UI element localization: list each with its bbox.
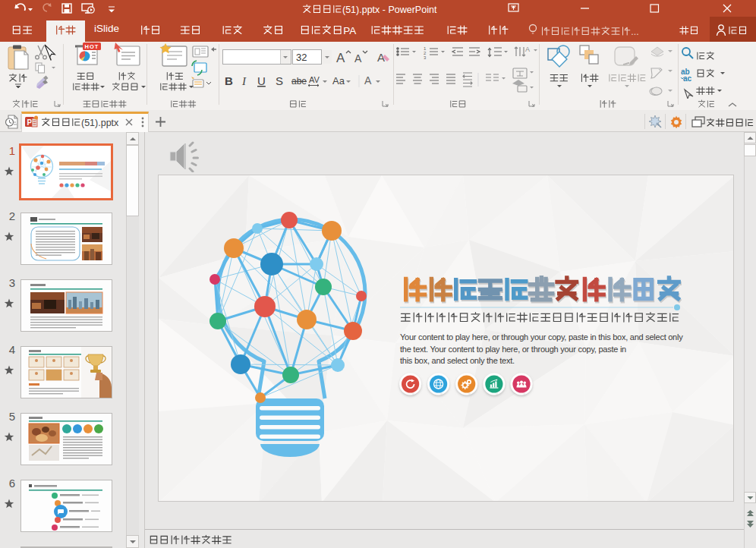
svg-text:A: A [364, 74, 372, 87]
svg-text:...: ... [631, 27, 638, 37]
svg-text:P: P [27, 118, 33, 127]
svg-text:A: A [354, 52, 362, 65]
svg-text:HOT: HOT [85, 43, 99, 50]
svg-text:A: A [336, 51, 345, 65]
svg-text:PA: PA [344, 25, 357, 36]
svg-text:(51).pptx: (51).pptx [81, 118, 119, 128]
svg-text:B: B [225, 74, 233, 87]
svg-text:(51).pptx - PowerPoint: (51).pptx - PowerPoint [342, 5, 437, 15]
svg-text:S: S [276, 74, 283, 87]
svg-text:U: U [257, 74, 266, 87]
svg-text:A: A [525, 46, 530, 53]
svg-text:I: I [241, 75, 247, 87]
svg-text:abe: abe [291, 76, 307, 87]
svg-text:ac: ac [683, 74, 692, 83]
svg-text:AV: AV [309, 75, 320, 84]
svg-text:Aa: Aa [332, 75, 345, 87]
svg-text:3: 3 [424, 55, 427, 60]
